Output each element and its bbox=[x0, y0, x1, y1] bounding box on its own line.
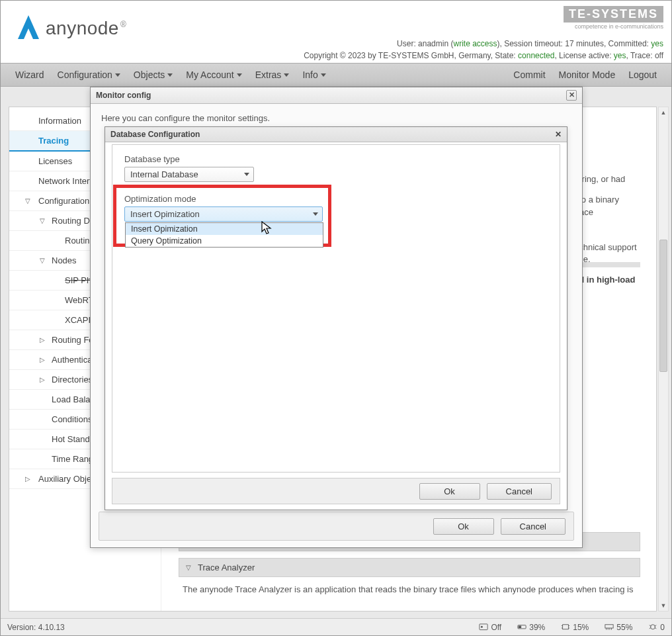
dropdown-option-insert[interactable]: Insert Opimization bbox=[126, 223, 323, 235]
ram-icon bbox=[605, 623, 614, 631]
optimization-mode-dropdown: Insert Opimization Query Optimization bbox=[125, 222, 323, 248]
cancel-button[interactable]: Cancel bbox=[501, 518, 566, 535]
dialog-footer: Ok Cancel bbox=[99, 512, 574, 541]
close-icon[interactable]: ✕ bbox=[566, 90, 577, 101]
vendor-logo-text: TE-SYSTEMS bbox=[564, 6, 663, 23]
optimization-mode-select[interactable]: Insert Opimization Insert Opimization Qu… bbox=[124, 206, 323, 222]
caret-down-icon bbox=[237, 73, 242, 77]
session-label: Session timeout: bbox=[504, 39, 563, 48]
bug-icon bbox=[648, 623, 657, 631]
text-fragment: nto a binary trace bbox=[574, 194, 640, 219]
menu-wizard[interactable]: Wizard bbox=[9, 64, 51, 86]
cancel-button[interactable]: Cancel bbox=[487, 483, 552, 500]
db-type-label: Database type bbox=[124, 154, 548, 164]
trace-label: Trace: bbox=[630, 51, 653, 60]
svg-marker-0 bbox=[18, 15, 39, 39]
ok-button[interactable]: Ok bbox=[433, 518, 494, 535]
collapse-icon: ▷ bbox=[40, 336, 45, 343]
license-label: License active: bbox=[559, 51, 611, 60]
menubar: Wizard Configuration Objects My Account … bbox=[1, 63, 671, 87]
vendor-tagline: competence in e-communications bbox=[564, 23, 663, 30]
committed-value: yes bbox=[651, 39, 663, 48]
user-label: User: bbox=[397, 39, 418, 48]
license-value: yes bbox=[614, 51, 626, 60]
version-value: 4.10.13 bbox=[38, 623, 65, 632]
brand-name: anynode® bbox=[46, 18, 126, 39]
statusbar: Version: 4.10.13 Off 39% 15% 55% 0 bbox=[1, 618, 671, 635]
collapse-icon: ▷ bbox=[25, 475, 30, 482]
close-icon[interactable]: ✕ bbox=[555, 130, 562, 139]
dialog-intro: Here you can configure the monitor setti… bbox=[101, 113, 571, 123]
trace-analyzer-text: The anynode Trace Analyzer is an applica… bbox=[179, 584, 640, 596]
svg-point-15 bbox=[651, 625, 655, 629]
inner-dialog-body: Database type Internal Database Optimiza… bbox=[112, 144, 560, 473]
disk-icon bbox=[517, 623, 526, 631]
scrollbar-vertical[interactable]: ▲ ▼ bbox=[658, 107, 669, 612]
scroll-up-button[interactable]: ▲ bbox=[659, 107, 668, 118]
caret-down-icon bbox=[284, 73, 289, 77]
brand-logo: anynode® bbox=[13, 11, 126, 45]
copyright-text: Copyright © 2023 by TE-SYSTEMS GmbH, Ger… bbox=[304, 51, 516, 60]
vendor-logo: TE-SYSTEMS competence in e-communication… bbox=[564, 6, 663, 30]
menu-account[interactable]: My Account bbox=[179, 64, 248, 86]
chevron-down-icon bbox=[244, 173, 249, 176]
menu-objects[interactable]: Objects bbox=[127, 64, 179, 86]
text-fragment: urring, or had bbox=[574, 173, 640, 186]
cpu-icon bbox=[561, 623, 570, 631]
svg-rect-4 bbox=[519, 626, 521, 629]
dialog-title: Monitor config bbox=[96, 91, 151, 100]
expand-icon: ▽ bbox=[40, 257, 45, 264]
inner-dialog-title: Database Configuration bbox=[110, 130, 200, 139]
collapse-icon: ▷ bbox=[40, 376, 45, 383]
access-value: write access bbox=[453, 39, 497, 48]
meter-trace: Off bbox=[479, 623, 501, 632]
scroll-thumb[interactable] bbox=[659, 240, 667, 372]
menu-monitor-mode[interactable]: Monitor Mode bbox=[552, 64, 622, 86]
committed-label: Committed: bbox=[609, 39, 649, 48]
menu-logout[interactable]: Logout bbox=[622, 64, 663, 86]
svg-point-2 bbox=[481, 626, 483, 628]
svg-rect-5 bbox=[563, 625, 569, 629]
menu-configuration[interactable]: Configuration bbox=[51, 64, 127, 86]
chevron-down-icon bbox=[313, 212, 318, 216]
menu-extras[interactable]: Extras bbox=[249, 64, 296, 86]
dropdown-option-query[interactable]: Query Optimization bbox=[126, 235, 323, 247]
caret-down-icon bbox=[321, 73, 326, 77]
db-type-select[interactable]: Internal Database bbox=[124, 167, 254, 182]
expand-icon: ▽ bbox=[186, 564, 191, 571]
trace-icon bbox=[479, 623, 488, 631]
scroll-down-button[interactable]: ▼ bbox=[659, 600, 668, 611]
app-header: anynode® TE-SYSTEMS competence in e-comm… bbox=[1, 1, 671, 63]
inner-dialog-footer: Ok Cancel bbox=[112, 478, 560, 504]
caret-down-icon bbox=[167, 73, 173, 77]
status-lines: User: anadmin (write access), Session ti… bbox=[304, 38, 663, 62]
optimization-mode-label: Optimization mode bbox=[124, 194, 548, 204]
optimization-mode-value: Insert Opimization bbox=[130, 209, 200, 219]
meter-bugs: 0 bbox=[648, 623, 665, 632]
svg-rect-10 bbox=[605, 625, 613, 628]
menu-commit[interactable]: Commit bbox=[507, 64, 552, 86]
menu-info[interactable]: Info bbox=[296, 64, 332, 86]
dialog-database-configuration: Database Configuration ✕ Database type I… bbox=[105, 126, 567, 510]
expand-icon: ▽ bbox=[25, 197, 30, 204]
user-value: anadmin bbox=[418, 39, 448, 48]
meter-disk: 39% bbox=[517, 623, 545, 632]
status-meters: Off 39% 15% 55% 0 bbox=[479, 623, 665, 632]
accordion-row-analyzer[interactable]: ▽Trace Analyzer bbox=[179, 558, 640, 577]
trace-value: off bbox=[655, 51, 663, 60]
db-type-value: Internal Database bbox=[130, 169, 198, 179]
anynode-logo-icon bbox=[13, 11, 44, 45]
svg-rect-1 bbox=[480, 624, 487, 630]
collapse-icon: ▷ bbox=[40, 356, 45, 363]
caret-down-icon bbox=[115, 73, 120, 77]
meter-ram: 55% bbox=[605, 623, 632, 632]
state-value: connected bbox=[518, 51, 554, 60]
version-label: Version: bbox=[7, 623, 36, 632]
dialog-titlebar: Monitor config ✕ bbox=[91, 87, 582, 104]
expand-icon: ▽ bbox=[40, 217, 45, 224]
meter-cpu: 15% bbox=[561, 623, 589, 632]
session-value: 17 minutes bbox=[565, 39, 604, 48]
ok-button[interactable]: Ok bbox=[419, 483, 480, 500]
inner-dialog-titlebar: Database Configuration ✕ bbox=[105, 127, 567, 142]
